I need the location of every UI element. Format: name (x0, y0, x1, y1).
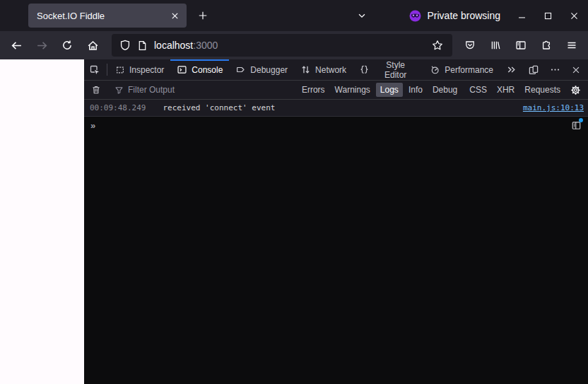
private-browsing-badge: Private browsing (409, 10, 501, 22)
page-content[interactable] (0, 59, 84, 384)
style-editor-icon (359, 64, 370, 75)
menu-button[interactable] (560, 34, 584, 57)
tab-debugger[interactable]: Debugger (229, 59, 294, 80)
console-filter-bar: Errors Warnings Logs Info Debug CSS XHR … (84, 81, 588, 100)
tab-network[interactable]: Network (294, 59, 353, 80)
tab-inspector[interactable]: Inspector (109, 59, 170, 80)
url-text: localhost:3000 (154, 40, 422, 51)
reload-icon (61, 40, 73, 51)
devtools-panel: Inspector Console Debugger (84, 59, 588, 384)
private-browsing-label: Private browsing (428, 10, 501, 21)
filter-funnel-icon (114, 86, 124, 95)
sidebar-button[interactable] (509, 34, 533, 57)
pocket-button[interactable] (458, 34, 482, 57)
tab-performance[interactable]: Performance (423, 59, 500, 80)
sidebar-icon (515, 40, 527, 51)
console-log-row[interactable]: 00:09:48.249 received 'connect' event ma… (84, 100, 588, 117)
more-tabs-icon (506, 64, 517, 75)
clear-console-button[interactable] (86, 81, 106, 98)
filter-warnings-button[interactable]: Warnings (331, 83, 375, 97)
filter-errors-button[interactable]: Errors (298, 83, 329, 97)
tab-list-chevron-icon (357, 11, 367, 21)
debugger-icon (235, 64, 246, 75)
filter-output-input[interactable] (128, 85, 298, 95)
star-icon (432, 40, 443, 51)
pocket-icon (464, 40, 476, 51)
inspector-icon (115, 65, 125, 75)
filter-output-field[interactable] (110, 85, 298, 95)
console-sidebar-toggle-button[interactable] (569, 118, 583, 132)
back-button[interactable] (4, 34, 28, 57)
toolbar-separator (107, 64, 107, 76)
maximize-icon (543, 11, 553, 21)
titlebar: Socket.IO Fiddle Private browsing (0, 0, 588, 31)
tab-style-editor[interactable]: Style Editor (353, 59, 423, 80)
new-tab-icon (198, 11, 208, 21)
performance-icon (430, 64, 440, 75)
filter-css-button[interactable]: CSS (465, 83, 491, 97)
console-settings-button[interactable] (565, 81, 586, 99)
filter-debug-button[interactable]: Debug (428, 83, 461, 97)
log-message: received 'connect' event (163, 103, 522, 112)
close-icon (570, 11, 579, 21)
filter-xhr-button[interactable]: XHR (493, 83, 519, 97)
responsive-mode-icon (528, 64, 539, 76)
tab-close-icon[interactable] (167, 8, 182, 23)
browser-window: Socket.IO Fiddle Private browsing (0, 0, 588, 384)
browser-tab[interactable]: Socket.IO Fiddle (28, 4, 187, 28)
console-icon (177, 64, 187, 75)
filter-requests-button[interactable]: Requests (520, 83, 565, 97)
private-mask-icon (409, 10, 421, 22)
url-bar[interactable]: localhost:3000 (112, 34, 452, 57)
back-icon (11, 40, 23, 52)
log-level-filters: Errors Warnings Logs Info Debug (298, 83, 461, 97)
devtools-tabbar: Inspector Console Debugger (84, 59, 588, 81)
devtools-close-icon (571, 65, 581, 75)
responsive-mode-button[interactable] (523, 64, 544, 76)
extensions-button[interactable] (534, 34, 558, 57)
forward-button[interactable] (30, 34, 54, 57)
extensions-icon (541, 40, 552, 51)
devtools-meatball-menu-button[interactable] (544, 64, 565, 75)
reload-button[interactable] (55, 34, 79, 57)
url-port: :3000 (193, 40, 218, 51)
navigation-bar: localhost:3000 (0, 31, 588, 59)
filter-info-button[interactable]: Info (404, 83, 427, 97)
log-timestamp: 00:09:48.249 (90, 103, 146, 112)
content-area: Inspector Console Debugger (0, 59, 588, 384)
network-icon (300, 64, 311, 75)
more-tabs-button[interactable] (500, 59, 523, 80)
pick-element-button[interactable] (84, 59, 105, 80)
meatball-menu-icon (550, 64, 560, 75)
window-controls (512, 6, 584, 25)
page-icon (137, 40, 148, 51)
filter-logs-button[interactable]: Logs (376, 83, 403, 97)
home-button[interactable] (81, 34, 105, 57)
minimize-icon (517, 11, 527, 21)
console-empty-area[interactable] (84, 134, 588, 384)
url-host: localhost (154, 40, 193, 51)
close-button[interactable] (564, 6, 584, 25)
console-input-row[interactable]: » (84, 117, 588, 134)
menu-icon (566, 40, 577, 51)
trash-icon (91, 85, 101, 95)
tab-list-button[interactable] (351, 5, 372, 26)
new-tab-button[interactable] (192, 5, 213, 26)
forward-icon (36, 40, 48, 52)
tab-console[interactable]: Console (170, 59, 229, 80)
category-filters: CSS XHR Requests (465, 83, 565, 97)
shield-icon (119, 40, 131, 51)
bookmark-star-button[interactable] (428, 36, 447, 54)
library-icon (490, 40, 501, 51)
console-prompt: » (90, 120, 95, 131)
home-icon (87, 40, 99, 52)
devtools-close-button[interactable] (565, 65, 587, 75)
library-button[interactable] (483, 34, 507, 57)
minimize-button[interactable] (512, 6, 531, 25)
log-source-link[interactable]: main.js:10:13 (523, 103, 584, 112)
gear-icon (570, 85, 581, 95)
notification-dot (579, 118, 583, 122)
devtools-toolbar-right (523, 59, 588, 80)
maximize-button[interactable] (538, 6, 558, 25)
pick-element-icon (89, 64, 100, 76)
